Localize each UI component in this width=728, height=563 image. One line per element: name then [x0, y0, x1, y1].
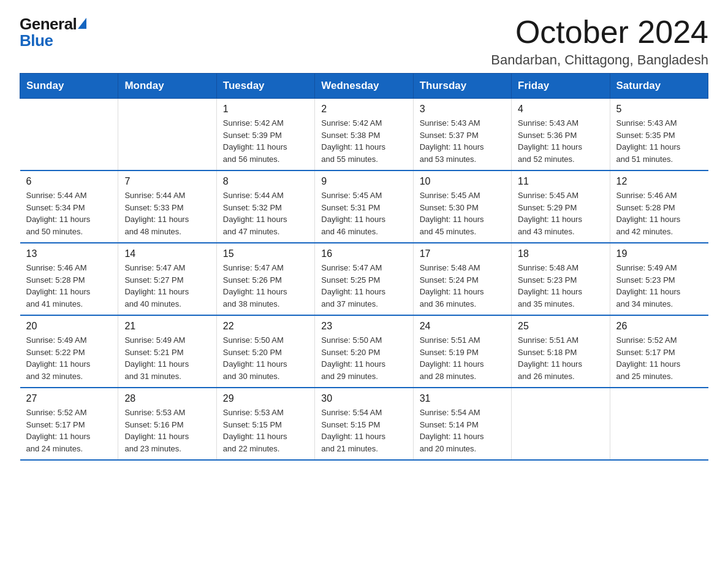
calendar-cell: 4Sunrise: 5:43 AMSunset: 5:36 PMDaylight…: [512, 99, 610, 171]
calendar-table: SundayMondayTuesdayWednesdayThursdayFrid…: [20, 73, 708, 461]
day-number: 17: [420, 248, 505, 259]
day-number: 25: [518, 321, 603, 332]
day-number: 21: [124, 321, 210, 332]
day-number: 29: [223, 393, 308, 404]
day-number: 16: [321, 248, 406, 259]
calendar-day-header: Sunday: [20, 74, 118, 99]
day-info: Sunrise: 5:51 AMSunset: 5:18 PMDaylight:…: [518, 334, 603, 382]
day-info: Sunrise: 5:49 AMSunset: 5:21 PMDaylight:…: [124, 334, 210, 382]
calendar-cell: 17Sunrise: 5:48 AMSunset: 5:24 PMDayligh…: [413, 243, 511, 315]
page-header: General Blue October 2024 Bandarban, Chi…: [20, 15, 708, 68]
calendar-cell: 3Sunrise: 5:43 AMSunset: 5:37 PMDaylight…: [413, 99, 511, 171]
calendar-day-header: Monday: [118, 74, 216, 99]
calendar-week-row: 13Sunrise: 5:46 AMSunset: 5:28 PMDayligh…: [20, 243, 708, 315]
calendar-cell: 7Sunrise: 5:44 AMSunset: 5:33 PMDaylight…: [118, 170, 216, 243]
calendar-day-header: Tuesday: [216, 74, 314, 99]
day-number: 22: [223, 321, 308, 332]
calendar-day-header: Wednesday: [315, 74, 413, 99]
logo: General Blue: [20, 15, 86, 50]
day-info: Sunrise: 5:47 AMSunset: 5:27 PMDaylight:…: [124, 262, 210, 310]
calendar-cell: 18Sunrise: 5:48 AMSunset: 5:23 PMDayligh…: [512, 243, 610, 315]
page-subtitle: Bandarban, Chittagong, Bangladesh: [491, 52, 708, 68]
day-info: Sunrise: 5:43 AMSunset: 5:35 PMDaylight:…: [616, 117, 702, 165]
calendar-cell: 6Sunrise: 5:44 AMSunset: 5:34 PMDaylight…: [20, 170, 118, 243]
calendar-week-row: 1Sunrise: 5:42 AMSunset: 5:39 PMDaylight…: [20, 99, 708, 171]
day-number: 1: [223, 104, 308, 115]
calendar-cell: 21Sunrise: 5:49 AMSunset: 5:21 PMDayligh…: [118, 315, 216, 388]
day-number: 8: [223, 176, 308, 187]
calendar-cell: 29Sunrise: 5:53 AMSunset: 5:15 PMDayligh…: [216, 388, 314, 460]
day-number: 4: [518, 104, 603, 115]
calendar-cell: 8Sunrise: 5:44 AMSunset: 5:32 PMDaylight…: [216, 170, 314, 243]
day-number: 6: [26, 176, 112, 187]
calendar-week-row: 6Sunrise: 5:44 AMSunset: 5:34 PMDaylight…: [20, 170, 708, 243]
day-info: Sunrise: 5:49 AMSunset: 5:23 PMDaylight:…: [616, 262, 702, 310]
day-info: Sunrise: 5:43 AMSunset: 5:36 PMDaylight:…: [518, 117, 603, 165]
calendar-week-row: 27Sunrise: 5:52 AMSunset: 5:17 PMDayligh…: [20, 388, 708, 460]
day-info: Sunrise: 5:46 AMSunset: 5:28 PMDaylight:…: [616, 190, 702, 237]
logo-blue-text: Blue: [20, 31, 53, 50]
day-number: 18: [518, 248, 603, 259]
calendar-cell: 16Sunrise: 5:47 AMSunset: 5:25 PMDayligh…: [315, 243, 413, 315]
title-block: October 2024 Bandarban, Chittagong, Bang…: [491, 15, 708, 68]
day-number: 23: [321, 321, 406, 332]
calendar-cell: 2Sunrise: 5:42 AMSunset: 5:38 PMDaylight…: [315, 99, 413, 171]
day-info: Sunrise: 5:45 AMSunset: 5:30 PMDaylight:…: [420, 190, 505, 237]
day-number: 27: [26, 393, 112, 404]
day-number: 24: [420, 321, 505, 332]
page-title: October 2024: [491, 15, 708, 50]
calendar-day-header: Saturday: [610, 74, 708, 99]
day-info: Sunrise: 5:45 AMSunset: 5:29 PMDaylight:…: [518, 190, 603, 237]
day-number: 5: [616, 104, 702, 115]
day-info: Sunrise: 5:49 AMSunset: 5:22 PMDaylight:…: [26, 334, 112, 382]
calendar-day-header: Friday: [512, 74, 610, 99]
calendar-cell: 25Sunrise: 5:51 AMSunset: 5:18 PMDayligh…: [512, 315, 610, 388]
day-number: 2: [321, 104, 406, 115]
calendar-cell: 13Sunrise: 5:46 AMSunset: 5:28 PMDayligh…: [20, 243, 118, 315]
day-info: Sunrise: 5:42 AMSunset: 5:39 PMDaylight:…: [223, 117, 308, 165]
calendar-cell: 27Sunrise: 5:52 AMSunset: 5:17 PMDayligh…: [20, 388, 118, 460]
day-info: Sunrise: 5:44 AMSunset: 5:34 PMDaylight:…: [26, 190, 112, 237]
day-number: 12: [616, 176, 702, 187]
calendar-cell: [118, 99, 216, 171]
day-info: Sunrise: 5:53 AMSunset: 5:16 PMDaylight:…: [124, 407, 210, 454]
calendar-week-row: 20Sunrise: 5:49 AMSunset: 5:22 PMDayligh…: [20, 315, 708, 388]
calendar-cell: 12Sunrise: 5:46 AMSunset: 5:28 PMDayligh…: [610, 170, 708, 243]
day-info: Sunrise: 5:50 AMSunset: 5:20 PMDaylight:…: [223, 334, 308, 382]
day-number: 14: [124, 248, 210, 259]
day-info: Sunrise: 5:47 AMSunset: 5:26 PMDaylight:…: [223, 262, 308, 310]
day-info: Sunrise: 5:54 AMSunset: 5:15 PMDaylight:…: [321, 407, 406, 454]
day-number: 31: [420, 393, 505, 404]
calendar-cell: 28Sunrise: 5:53 AMSunset: 5:16 PMDayligh…: [118, 388, 216, 460]
day-info: Sunrise: 5:52 AMSunset: 5:17 PMDaylight:…: [616, 334, 702, 382]
logo-triangle-icon: [78, 18, 86, 29]
day-info: Sunrise: 5:44 AMSunset: 5:33 PMDaylight:…: [124, 190, 210, 237]
day-info: Sunrise: 5:47 AMSunset: 5:25 PMDaylight:…: [321, 262, 406, 310]
calendar-cell: 22Sunrise: 5:50 AMSunset: 5:20 PMDayligh…: [216, 315, 314, 388]
day-number: 10: [420, 176, 505, 187]
calendar-cell: 20Sunrise: 5:49 AMSunset: 5:22 PMDayligh…: [20, 315, 118, 388]
day-info: Sunrise: 5:52 AMSunset: 5:17 PMDaylight:…: [26, 407, 112, 454]
day-number: 13: [26, 248, 112, 259]
calendar-cell: 9Sunrise: 5:45 AMSunset: 5:31 PMDaylight…: [315, 170, 413, 243]
calendar-cell: 15Sunrise: 5:47 AMSunset: 5:26 PMDayligh…: [216, 243, 314, 315]
day-info: Sunrise: 5:45 AMSunset: 5:31 PMDaylight:…: [321, 190, 406, 237]
day-info: Sunrise: 5:48 AMSunset: 5:24 PMDaylight:…: [420, 262, 505, 310]
day-number: 11: [518, 176, 603, 187]
calendar-cell: 23Sunrise: 5:50 AMSunset: 5:20 PMDayligh…: [315, 315, 413, 388]
day-info: Sunrise: 5:53 AMSunset: 5:15 PMDaylight:…: [223, 407, 308, 454]
calendar-cell: 24Sunrise: 5:51 AMSunset: 5:19 PMDayligh…: [413, 315, 511, 388]
day-number: 28: [124, 393, 210, 404]
calendar-cell: [512, 388, 610, 460]
day-info: Sunrise: 5:48 AMSunset: 5:23 PMDaylight:…: [518, 262, 603, 310]
day-number: 19: [616, 248, 702, 259]
day-number: 9: [321, 176, 406, 187]
calendar-cell: [20, 99, 118, 171]
calendar-cell: 10Sunrise: 5:45 AMSunset: 5:30 PMDayligh…: [413, 170, 511, 243]
day-number: 7: [124, 176, 210, 187]
calendar-cell: 30Sunrise: 5:54 AMSunset: 5:15 PMDayligh…: [315, 388, 413, 460]
calendar-day-header: Thursday: [413, 74, 511, 99]
day-number: 26: [616, 321, 702, 332]
calendar-cell: 5Sunrise: 5:43 AMSunset: 5:35 PMDaylight…: [610, 99, 708, 171]
day-number: 30: [321, 393, 406, 404]
